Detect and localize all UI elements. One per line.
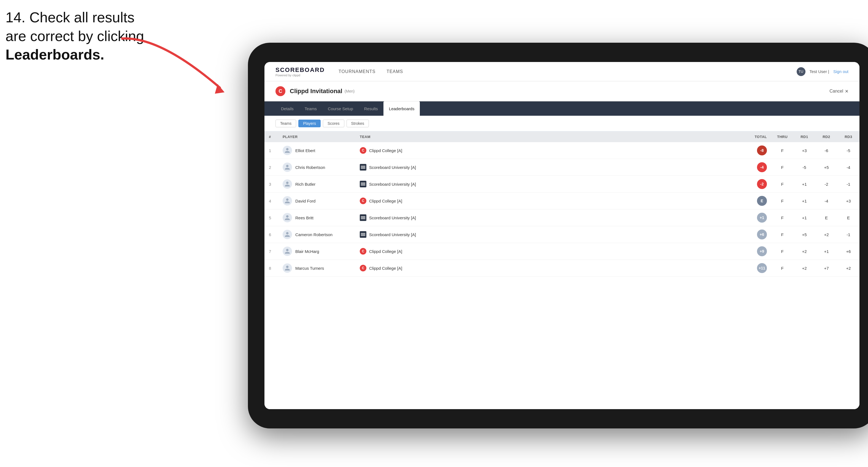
cell-rank: 8 [265,260,278,277]
score-badge: +11 [757,263,767,273]
cell-total: -8 [744,142,771,159]
table-row: 8 Marcus Turners C Clippd College [A] +1… [265,260,860,277]
app-navbar: SCOREBOARD Powered by clippd TOURNAMENTS… [265,62,860,81]
cell-team: C Clippd College [A] [355,193,744,209]
cell-rank: 4 [265,193,278,209]
user-label: Test User | [810,69,829,74]
table-row: 3 Rich Butler Scoreboard University [A] … [265,176,860,193]
leaderboard-table: # PLAYER TEAM TOTAL THRU RD1 RD2 RD3 1 [265,131,860,277]
col-rd3: RD3 [837,131,860,142]
col-rd2: RD2 [815,131,837,142]
tablet-screen: SCOREBOARD Powered by clippd TOURNAMENTS… [265,62,860,409]
cell-player: David Ford [278,193,355,209]
table-body: 1 Elliot Ebert C Clippd College [A] -8 F… [265,142,860,277]
cell-team: Scoreboard University [A] [355,159,744,176]
instruction-line1: 14. Check all results [5,9,134,25]
col-player: PLAYER [278,131,355,142]
cell-rd3: -1 [837,176,860,193]
tab-results[interactable]: Results [359,101,383,116]
cancel-button[interactable]: Cancel ✕ [830,89,848,94]
table-row: 6 Cameron Robertson Scoreboard Universit… [265,226,860,243]
col-rank: # [265,131,278,142]
tab-course-setup[interactable]: Course Setup [322,101,359,116]
filter-strokes[interactable]: Strokes [346,120,369,127]
cell-rd1: +2 [793,243,815,260]
cell-rd2: +5 [815,159,837,176]
cell-total: -4 [744,159,771,176]
player-avatar [283,179,292,189]
cell-total: -2 [744,176,771,193]
cell-rank: 6 [265,226,278,243]
nav-tournaments[interactable]: TOURNAMENTS [339,68,375,75]
team-logo-sb [360,164,366,170]
player-avatar [283,213,292,222]
cell-rd2: +1 [815,243,837,260]
tab-leaderboards[interactable]: Leaderboards [383,101,420,116]
filter-players[interactable]: Players [298,120,321,127]
score-badge: E [757,196,767,206]
tab-details[interactable]: Details [276,101,299,116]
cell-rd2: -2 [815,176,837,193]
table-row: 7 Blair McHarg C Clippd College [A] +9 F… [265,243,860,260]
cell-thru: F [771,142,793,159]
cell-total: +11 [744,260,771,277]
nav-teams[interactable]: TEAMS [386,68,403,75]
col-team: TEAM [355,131,744,142]
cell-rd1: +1 [793,209,815,226]
filter-bar: Teams Players Scores Strokes [265,116,860,131]
cell-rank: 2 [265,159,278,176]
arrow-indicator [105,33,242,105]
team-logo-sb [360,231,366,238]
cell-thru: F [771,176,793,193]
tournament-badge: (Men) [345,89,355,93]
team-logo-clippd: C [360,265,366,271]
cell-thru: F [771,260,793,277]
cell-rd2: +2 [815,226,837,243]
cell-rd2: -4 [815,193,837,209]
col-total: TOTAL [744,131,771,142]
table-header: # PLAYER TEAM TOTAL THRU RD1 RD2 RD3 [265,131,860,142]
table-row: 1 Elliot Ebert C Clippd College [A] -8 F… [265,142,860,159]
player-avatar [283,263,292,273]
cell-rank: 3 [265,176,278,193]
cell-rd1: +1 [793,193,815,209]
logo-area: SCOREBOARD Powered by clippd [276,66,325,77]
team-logo-clippd: C [360,197,366,204]
cell-total: E [744,193,771,209]
cell-player: Rich Butler [278,176,355,193]
team-logo-clippd: C [360,248,366,255]
filter-scores[interactable]: Scores [323,120,344,127]
player-avatar [283,230,292,239]
cell-team: Scoreboard University [A] [355,176,744,193]
cell-player: Marcus Turners [278,260,355,277]
team-logo-sb [360,181,366,187]
cell-rd2: -6 [815,142,837,159]
cell-thru: F [771,226,793,243]
cell-team: C Clippd College [A] [355,260,744,277]
cell-thru: F [771,159,793,176]
cell-rank: 5 [265,209,278,226]
cell-rd1: +5 [793,226,815,243]
cell-rd1: +3 [793,142,815,159]
tab-teams[interactable]: Teams [299,101,322,116]
nav-right: TU Test User | Sign out [797,67,848,76]
table-row: 4 David Ford C Clippd College [A] E F +1… [265,193,860,209]
score-badge: -2 [757,179,767,189]
cell-rd3: E [837,209,860,226]
tournament-header: C Clippd Invitational (Men) Cancel ✕ [265,81,860,101]
score-badge: -4 [757,162,767,172]
nav-items: TOURNAMENTS TEAMS [339,68,797,75]
score-badge: -8 [757,146,767,155]
cell-rd1: +2 [793,260,815,277]
filter-teams[interactable]: Teams [276,120,296,127]
cell-rd3: -5 [837,142,860,159]
signout-link[interactable]: Sign out [833,69,848,74]
cell-player: Rees Britt [278,209,355,226]
cell-thru: F [771,243,793,260]
cell-team: Scoreboard University [A] [355,209,744,226]
cell-team: C Clippd College [A] [355,243,744,260]
tablet-frame: SCOREBOARD Powered by clippd TOURNAMENTS… [248,43,868,429]
col-rd1: RD1 [793,131,815,142]
score-badge: +9 [757,246,767,256]
tournament-title: Clippd Invitational [290,88,342,95]
